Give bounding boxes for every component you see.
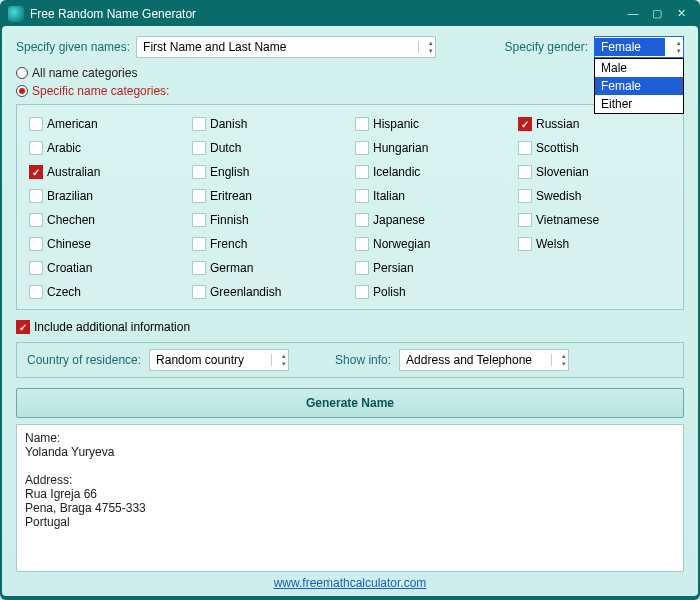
gender-option-male[interactable]: Male (595, 59, 683, 77)
category-label: Croatian (47, 261, 92, 275)
category-item[interactable]: Icelandic (355, 161, 508, 183)
category-item[interactable]: Chechen (29, 209, 182, 231)
category-label: American (47, 117, 98, 131)
include-info-checkbox[interactable]: Include additional information (16, 316, 684, 338)
show-info-select[interactable]: Address and Telephone ▴▾ (399, 349, 569, 371)
category-item[interactable]: Japanese (355, 209, 508, 231)
country-label: Country of residence: (27, 353, 141, 367)
specify-names-label: Specify given names: (16, 40, 130, 54)
gender-option-female[interactable]: Female (595, 77, 683, 95)
checkbox-icon (29, 285, 43, 299)
checkbox-icon (29, 213, 43, 227)
radio-all-categories[interactable]: All name categories (16, 66, 684, 80)
checkbox-icon (29, 117, 43, 131)
category-item[interactable]: Welsh (518, 233, 671, 255)
checkbox-icon (355, 285, 369, 299)
category-item[interactable]: Arabic (29, 137, 182, 159)
category-label: Eritrean (210, 189, 252, 203)
category-item[interactable]: Brazilian (29, 185, 182, 207)
category-item[interactable]: Hispanic (355, 113, 508, 135)
checkbox-icon (29, 189, 43, 203)
checkbox-icon (518, 117, 532, 131)
category-item[interactable]: Scottish (518, 137, 671, 159)
category-item[interactable]: French (192, 233, 345, 255)
category-item[interactable]: Italian (355, 185, 508, 207)
category-item[interactable]: Slovenian (518, 161, 671, 183)
checkbox-icon (192, 165, 206, 179)
category-label: Icelandic (373, 165, 420, 179)
category-item[interactable]: Danish (192, 113, 345, 135)
category-label: Danish (210, 117, 247, 131)
checkbox-icon (355, 141, 369, 155)
checkbox-icon (355, 237, 369, 251)
category-item[interactable]: Polish (355, 281, 508, 303)
checkbox-icon (192, 261, 206, 275)
maximize-button[interactable]: ▢ (646, 6, 668, 22)
category-label: German (210, 261, 253, 275)
show-info-label: Show info: (335, 353, 391, 367)
close-button[interactable]: ✕ (670, 6, 692, 22)
radio-icon (16, 67, 28, 79)
category-label: Norwegian (373, 237, 430, 251)
category-item[interactable]: Dutch (192, 137, 345, 159)
checkbox-icon (29, 165, 43, 179)
category-label: Scottish (536, 141, 579, 155)
category-item[interactable]: Norwegian (355, 233, 508, 255)
country-select[interactable]: Random country ▴▾ (149, 349, 289, 371)
minimize-button[interactable]: — (622, 6, 644, 22)
checkbox-icon (355, 213, 369, 227)
checkbox-icon (192, 141, 206, 155)
category-item[interactable]: Persian (355, 257, 508, 279)
category-label: Australian (47, 165, 100, 179)
category-item[interactable]: Finnish (192, 209, 345, 231)
category-item[interactable]: Chinese (29, 233, 182, 255)
category-label: French (210, 237, 247, 251)
checkbox-icon (355, 165, 369, 179)
gender-option-either[interactable]: Either (595, 95, 683, 113)
output-textarea[interactable]: Name: Yolanda Yuryeva Address: Rua Igrej… (16, 424, 684, 572)
radio-all-label: All name categories (32, 66, 137, 80)
specify-gender-select[interactable]: Female ▴▾ (594, 36, 684, 58)
category-label: Welsh (536, 237, 569, 251)
category-item[interactable]: Greenlandish (192, 281, 345, 303)
category-item[interactable]: Hungarian (355, 137, 508, 159)
country-value: Random country (156, 353, 244, 367)
info-row: Country of residence: Random country ▴▾ … (16, 342, 684, 378)
category-label: Hungarian (373, 141, 428, 155)
category-item[interactable]: German (192, 257, 345, 279)
category-label: Arabic (47, 141, 81, 155)
checkbox-icon (29, 237, 43, 251)
category-label: Vietnamese (536, 213, 599, 227)
category-item[interactable]: Czech (29, 281, 182, 303)
checkbox-icon (192, 189, 206, 203)
checkbox-icon (16, 320, 30, 334)
radio-specific-categories[interactable]: Specific name categories: (16, 84, 684, 98)
category-item[interactable]: American (29, 113, 182, 135)
category-item[interactable]: Eritrean (192, 185, 345, 207)
include-info-label: Include additional information (34, 320, 190, 334)
category-item[interactable]: Australian (29, 161, 182, 183)
category-item[interactable]: English (192, 161, 345, 183)
category-label: Finnish (210, 213, 249, 227)
show-info-value: Address and Telephone (406, 353, 532, 367)
checkbox-icon (192, 285, 206, 299)
generate-button[interactable]: Generate Name (16, 388, 684, 418)
category-item[interactable]: Russian (518, 113, 671, 135)
client-area: Specify given names: First Name and Last… (2, 26, 698, 596)
category-item[interactable]: Swedish (518, 185, 671, 207)
footer-link[interactable]: www.freemathcalculator.com (274, 576, 427, 590)
category-box: AmericanDanishHispanicRussianArabicDutch… (16, 104, 684, 310)
category-label: Japanese (373, 213, 425, 227)
category-label: Greenlandish (210, 285, 281, 299)
category-item[interactable]: Vietnamese (518, 209, 671, 231)
radio-icon (16, 85, 28, 97)
checkbox-icon (192, 117, 206, 131)
chevron-updown-icon: ▴▾ (429, 39, 433, 55)
specify-names-select[interactable]: First Name and Last Name ▴▾ (136, 36, 436, 58)
category-item[interactable]: Croatian (29, 257, 182, 279)
checkbox-icon (29, 261, 43, 275)
specify-gender-label: Specify gender: (505, 40, 588, 54)
generate-label: Generate Name (306, 396, 394, 410)
category-label: Slovenian (536, 165, 589, 179)
titlebar[interactable]: Free Random Name Generator — ▢ ✕ (2, 2, 698, 26)
